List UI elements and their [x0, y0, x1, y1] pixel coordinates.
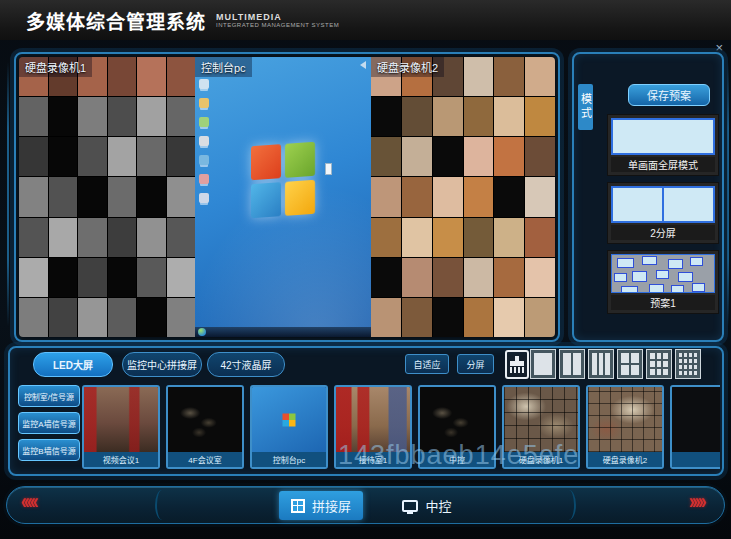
nav-tab-label: 拼接屏 — [312, 496, 351, 515]
camera-cell — [137, 97, 166, 136]
camera-cell — [494, 298, 524, 337]
group-wall-a-sources[interactable]: 监控A墙信号源 — [18, 412, 80, 434]
monitor-icon — [402, 500, 418, 512]
thumb-image — [252, 387, 326, 452]
clear-screen-button[interactable] — [505, 350, 529, 379]
source-thumb-reception[interactable]: 接待室1 — [334, 385, 412, 469]
preset-preview-two-split — [611, 186, 715, 223]
camera-cell — [402, 258, 432, 297]
camera-cell — [433, 97, 463, 136]
thumb-image — [336, 387, 410, 452]
split-button[interactable]: 分屏 — [457, 354, 494, 374]
thumb-image — [84, 387, 158, 452]
camera-cell — [108, 258, 137, 297]
camera-cell — [494, 218, 524, 257]
camera-cell — [371, 218, 401, 257]
thumb-label: 视频会议1 — [84, 452, 158, 467]
camera-cell — [137, 177, 166, 216]
camera-cell — [137, 258, 166, 297]
camera-cell — [433, 298, 463, 337]
camera-cell — [402, 177, 432, 216]
mode-tab[interactable]: 模式 — [578, 84, 593, 130]
layout-16-button[interactable] — [675, 349, 701, 379]
source-thumb-console-pc[interactable]: 控制台pc — [250, 385, 328, 469]
nav-tab-label: 中控 — [425, 496, 451, 515]
thumb-image — [672, 387, 720, 452]
bottom-nav-bar: ‹‹‹‹‹ ››››› 拼接屏 中控 — [6, 486, 725, 524]
desktop-shortcut — [325, 163, 332, 175]
camera-cell — [464, 218, 494, 257]
preset-two-split[interactable]: 2分屏 — [607, 182, 719, 244]
thumb-label — [672, 452, 720, 467]
layout-3-button[interactable] — [588, 349, 614, 379]
windows-logo — [251, 142, 315, 218]
layout-1-button[interactable] — [530, 349, 556, 379]
layout-2-button[interactable] — [559, 349, 585, 379]
camera-cell — [19, 218, 48, 257]
tab-led-screen[interactable]: LED大屏 — [33, 352, 113, 377]
preset-label: 预案1 — [611, 295, 715, 310]
camera-cell — [402, 97, 432, 136]
video-wall-frame: 硬盘录像机1 控制台pc 硬盘录像机2 — [14, 52, 560, 342]
layout-4-button[interactable] — [617, 349, 643, 379]
camera-cell — [371, 258, 401, 297]
nav-tab-splicing-screen[interactable]: 拼接屏 — [279, 491, 363, 520]
camera-cell — [494, 57, 524, 96]
camera-cell — [108, 137, 137, 176]
desktop-icon — [199, 117, 209, 127]
thumb-label: 接待室1 — [336, 452, 410, 467]
mode-panel: 模式 保存预案 单画面全屏模式 2分屏 预案1 — [572, 52, 724, 342]
video-wall: 硬盘录像机1 控制台pc 硬盘录像机2 — [19, 57, 555, 337]
camera-cell — [108, 218, 137, 257]
layout-9-button[interactable] — [646, 349, 672, 379]
wall-panel-label: 控制台pc — [195, 57, 252, 77]
camera-cell — [402, 298, 432, 337]
thumb-image — [504, 387, 578, 452]
camera-cell — [78, 258, 107, 297]
camera-cell — [525, 137, 555, 176]
source-thumb-meeting-room[interactable]: 4F会议室 — [166, 385, 244, 469]
tab-monitor-center-wall[interactable]: 监控中心拼接屏 — [122, 352, 202, 377]
nav-tab-central-control[interactable]: 中控 — [379, 491, 475, 520]
camera-cell — [49, 218, 78, 257]
fit-button[interactable]: 自适应 — [405, 354, 449, 374]
camera-cell — [464, 97, 494, 136]
camera-cell — [49, 177, 78, 216]
camera-cell — [371, 97, 401, 136]
preset-single-fullscreen[interactable]: 单画面全屏模式 — [607, 114, 719, 176]
source-panel: LED大屏 监控中心拼接屏 42寸液晶屏 自适应 分屏 控制室/信号源 监控A墙… — [8, 346, 724, 476]
camera-cell — [78, 298, 107, 337]
tab-42inch-lcd[interactable]: 42寸液晶屏 — [207, 352, 285, 377]
app-title: 多媒体综合管理系统 — [26, 7, 206, 34]
camera-cell — [108, 97, 137, 136]
camera-cell — [167, 137, 196, 176]
app-window: 多媒体综合管理系统 MULTIMEDIA INTEGRATED MANAGEME… — [0, 0, 731, 539]
source-thumb-dvr2[interactable]: 硬盘录像机2 — [586, 385, 664, 469]
save-preset-button[interactable]: 保存预案 — [628, 84, 710, 106]
camera-cell — [494, 258, 524, 297]
camera-cell — [137, 218, 166, 257]
camera-cell — [78, 177, 107, 216]
source-thumb-central-control[interactable]: 中控 — [418, 385, 496, 469]
wall-panel-dvr1[interactable]: 硬盘录像机1 — [19, 57, 195, 337]
camera-cell — [167, 177, 196, 216]
wall-panel-dvr2[interactable]: 硬盘录像机2 — [371, 57, 555, 337]
source-thumb-video-conf[interactable]: 视频会议1 — [82, 385, 160, 469]
frame-decor-right — [727, 62, 729, 326]
group-control-room-sources[interactable]: 控制室/信号源 — [18, 385, 80, 407]
group-wall-b-sources[interactable]: 监控B墙信号源 — [18, 439, 80, 461]
thumb-label: 硬盘录像机1 — [504, 452, 578, 467]
app-subtitle: MULTIMEDIA INTEGRATED MANAGEMENT SYSTEM — [216, 12, 339, 28]
camera-cell — [108, 298, 137, 337]
desktop-icon — [199, 193, 209, 203]
camera-cell — [19, 177, 48, 216]
preset-scheme-1[interactable]: 预案1 — [607, 250, 719, 314]
source-thumb-extra[interactable] — [670, 385, 720, 469]
camera-cell — [494, 97, 524, 136]
source-thumb-dvr1[interactable]: 硬盘录像机1 — [502, 385, 580, 469]
camera-cell — [494, 137, 524, 176]
camera-cell — [19, 258, 48, 297]
layout-buttons — [530, 349, 701, 379]
camera-cell — [167, 218, 196, 257]
wall-panel-console-pc[interactable]: 控制台pc — [195, 57, 371, 337]
